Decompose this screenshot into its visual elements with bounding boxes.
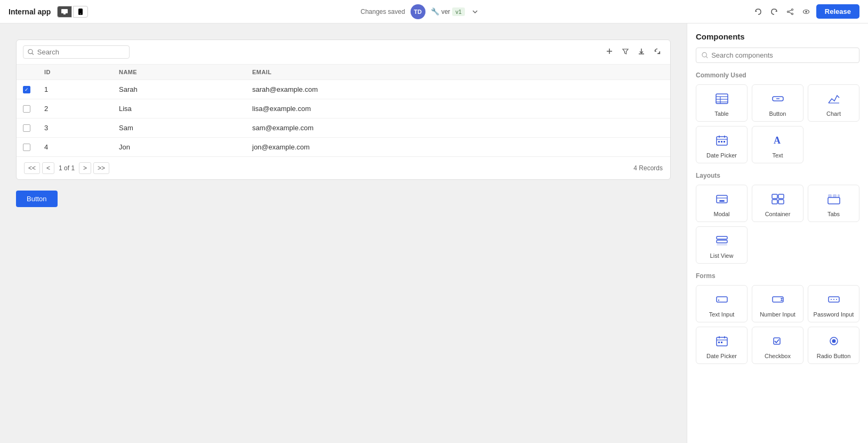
row-name: Lisa	[112, 99, 246, 118]
comp-numberinput-label: Number Input	[760, 311, 795, 318]
filter-icon	[622, 48, 629, 55]
comp-text[interactable]: A Text	[752, 126, 803, 163]
comp-textinput-label: Text Input	[709, 311, 735, 318]
main-area: ID NAME EMAIL 1 Sarah sarah@example.com …	[0, 23, 687, 443]
comp-table-label: Table	[714, 110, 728, 117]
comp-text-label: Text	[772, 152, 783, 159]
row-checkbox[interactable]	[23, 144, 30, 151]
comp-radiobutton[interactable]: Radio Button	[808, 327, 859, 364]
comp-tabs[interactable]: Tabs	[808, 185, 859, 222]
svg-rect-0	[61, 9, 68, 13]
comp-checkbox[interactable]: Checkbox	[752, 327, 803, 364]
svg-rect-50	[717, 297, 727, 302]
comp-tabs-label: Tabs	[827, 211, 840, 217]
row-checkbox[interactable]	[23, 86, 30, 93]
checkbox-comp-icon	[770, 333, 785, 350]
row-checkbox[interactable]	[23, 124, 30, 132]
radiobutton-comp-icon	[826, 333, 841, 350]
refresh-icon	[654, 48, 661, 55]
comp-modal[interactable]: Modal	[696, 185, 748, 222]
last-page-btn[interactable]: >>	[93, 162, 109, 174]
svg-rect-38	[719, 200, 725, 202]
search-components-box[interactable]	[696, 48, 859, 63]
passwordinput-comp-icon	[826, 291, 841, 308]
share-icon	[786, 8, 794, 15]
modal-comp-icon	[714, 191, 729, 208]
svg-rect-34	[724, 141, 725, 143]
comp-numberinput[interactable]: Number Input	[752, 285, 803, 322]
more-btn[interactable]	[651, 46, 664, 58]
page-info: 1 of 1	[59, 164, 75, 172]
comp-table[interactable]: Table	[696, 84, 748, 122]
undo-btn[interactable]	[752, 6, 764, 18]
comp-container[interactable]: Container	[752, 185, 803, 222]
monitor-icon	[61, 9, 68, 14]
row-email: jon@example.com	[246, 138, 670, 157]
comp-passwordinput-label: Password Input	[814, 311, 854, 318]
comp-datepicker[interactable]: Date Picker	[696, 126, 748, 163]
redo-btn[interactable]	[768, 6, 780, 18]
table-search-box[interactable]	[23, 45, 130, 59]
row-id: 1	[38, 80, 112, 99]
first-page-btn[interactable]: <<	[24, 162, 40, 174]
svg-rect-42	[778, 200, 784, 204]
comp-passwordinput[interactable]: Password Input	[808, 285, 859, 322]
row-checkbox[interactable]	[23, 105, 30, 113]
comp-textinput[interactable]: Text Input	[696, 285, 748, 322]
svg-point-11	[28, 50, 33, 54]
comp-button[interactable]: Button	[752, 84, 803, 122]
mobile-view-btn[interactable]	[73, 6, 88, 18]
name-header: NAME	[112, 65, 246, 80]
prev-page-btn[interactable]: <	[42, 162, 54, 174]
download-btn[interactable]	[635, 46, 648, 58]
comp-listview[interactable]: List View	[696, 226, 748, 264]
row-checkbox-cell[interactable]	[17, 118, 38, 138]
view-toggle	[57, 6, 88, 18]
comp-datepicker2[interactable]: Date Picker	[696, 327, 748, 364]
add-row-btn[interactable]	[603, 46, 616, 58]
records-count: 4 Records	[633, 164, 663, 172]
chart-comp-icon	[826, 90, 841, 107]
sidebar: Components Commonly Used Table Button	[687, 23, 868, 443]
row-checkbox-cell[interactable]	[17, 138, 38, 157]
container-comp-icon	[770, 191, 785, 208]
svg-rect-49	[717, 244, 727, 246]
search-input[interactable]	[37, 48, 125, 56]
svg-rect-33	[721, 141, 722, 143]
table-widget: ID NAME EMAIL 1 Sarah sarah@example.com …	[16, 39, 671, 180]
svg-rect-65	[721, 342, 722, 343]
table-toolbar	[17, 40, 670, 65]
pagination: << < 1 of 1 > >>	[24, 162, 109, 174]
next-page-btn[interactable]: >	[79, 162, 91, 174]
filter-btn[interactable]	[619, 46, 632, 58]
svg-rect-32	[718, 141, 720, 143]
search-components-input[interactable]	[711, 51, 854, 59]
preview-btn[interactable]	[800, 6, 812, 18]
release-btn[interactable]: Release	[816, 4, 859, 19]
primary-button[interactable]: Button	[16, 191, 58, 207]
button-widget-area: Button	[16, 191, 671, 207]
checkbox-header	[17, 65, 38, 80]
table-row: 1 Sarah sarah@example.com	[17, 80, 670, 99]
text-comp-icon: A	[770, 132, 785, 149]
svg-line-7	[789, 10, 791, 11]
user-avatar: TD	[411, 4, 425, 19]
row-checkbox-cell[interactable]	[17, 80, 38, 99]
share-btn[interactable]	[784, 6, 796, 18]
forms-label: Forms	[696, 272, 859, 280]
svg-point-6	[787, 11, 789, 12]
comp-listview-label: List View	[710, 252, 734, 259]
svg-rect-39	[772, 194, 777, 199]
table-comp-icon	[714, 90, 729, 107]
chevron-down-icon	[472, 10, 478, 13]
desktop-view-btn[interactable]	[57, 6, 72, 18]
svg-point-18	[702, 52, 706, 57]
toolbar-icons	[603, 46, 664, 58]
version-dropdown-btn[interactable]	[470, 8, 480, 15]
download-icon	[638, 48, 645, 55]
svg-point-4	[791, 9, 793, 10]
comp-chart[interactable]: Chart	[808, 84, 859, 122]
svg-rect-1	[63, 13, 66, 14]
row-name: Jon	[112, 138, 246, 157]
row-checkbox-cell[interactable]	[17, 99, 38, 118]
